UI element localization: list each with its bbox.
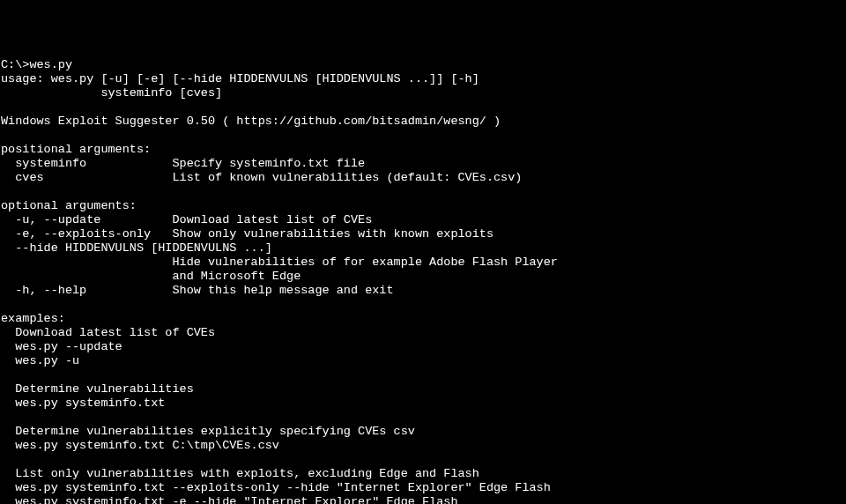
terminal-line: cves List of known vulnerabilities (defa…	[1, 171, 845, 185]
terminal-line	[1, 453, 845, 467]
terminal-line: List only vulnerabilities with exploits,…	[1, 467, 845, 481]
terminal-line: usage: wes.py [-u] [-e] [--hide HIDDENVU…	[1, 72, 845, 86]
terminal-line: positional arguments:	[1, 143, 845, 157]
terminal-line	[1, 368, 845, 382]
terminal-line	[1, 185, 845, 199]
terminal-line: Determine vulnerabilities explicitly spe…	[1, 425, 845, 439]
terminal-line: wes.py systeminfo.txt -e --hide "Interne…	[1, 495, 845, 504]
terminal-line: Download latest list of CVEs	[1, 326, 845, 340]
terminal-line: and Microsoft Edge	[1, 270, 845, 284]
terminal-line: C:\>wes.py	[1, 58, 845, 72]
terminal-line	[1, 298, 845, 312]
terminal-line: wes.py systeminfo.txt	[1, 397, 845, 411]
terminal-output: C:\>wes.pyusage: wes.py [-u] [-e] [--hid…	[1, 58, 845, 504]
terminal-line: -e, --exploits-only Show only vulnerabil…	[1, 227, 845, 241]
terminal-line: systeminfo [cves]	[1, 86, 845, 100]
terminal-line: examples:	[1, 312, 845, 326]
terminal-line: wes.py -u	[1, 354, 845, 368]
terminal-line	[1, 100, 845, 115]
terminal-line: --hide HIDDENVULNS [HIDDENVULNS ...]	[1, 241, 845, 256]
terminal-line: Hide vulnerabilities of for example Adob…	[1, 256, 845, 270]
terminal-line: wes.py systeminfo.txt C:\tmp\CVEs.csv	[1, 439, 845, 453]
terminal-line: optional arguments:	[1, 199, 845, 213]
terminal-line: -h, --help Show this help message and ex…	[1, 284, 845, 298]
terminal-line	[1, 129, 845, 143]
terminal-line: Determine vulnerabilities	[1, 382, 845, 397]
terminal-line: -u, --update Download latest list of CVE…	[1, 213, 845, 227]
terminal-line: Windows Exploit Suggester 0.50 ( https:/…	[1, 115, 845, 129]
terminal-line: wes.py --update	[1, 340, 845, 354]
terminal-line	[1, 411, 845, 425]
terminal-line: wes.py systeminfo.txt --exploits-only --…	[1, 481, 845, 495]
terminal-line: systeminfo Specify systeminfo.txt file	[1, 157, 845, 171]
